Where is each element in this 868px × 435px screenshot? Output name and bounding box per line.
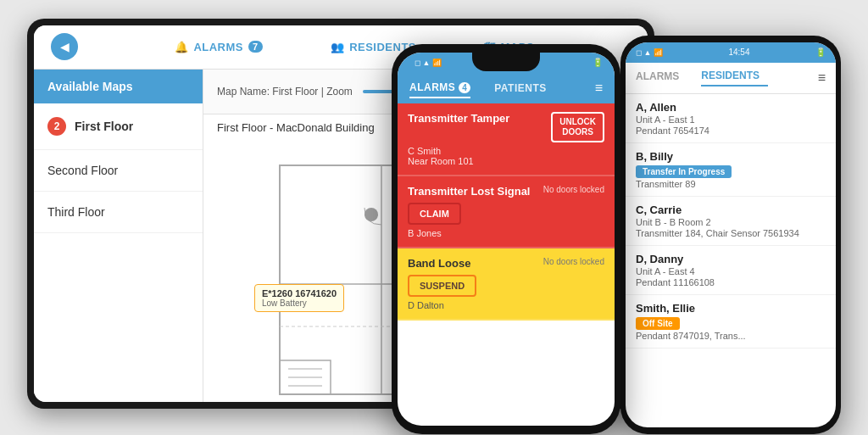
no-doors-label-2: No doors locked [543,185,604,194]
resident-name-billy: B, Billy [636,150,826,163]
alarm-card-header-3: Band Loose No doors locked [408,257,604,270]
resident-item-danny: D, Danny Unit A - East 4 Pendant 1116610… [626,246,836,295]
resident-name-allen: A, Allen [636,101,826,114]
alarms-badge: 7 [248,41,263,53]
resident-detail-carrie-1: Unit B - B Room 2 [636,217,826,227]
alarm-title-3: Band Loose [408,257,470,270]
resident-name-ellie: Smith, Ellie [636,302,826,315]
alarm-person-1: C Smith [408,146,604,156]
pr-tab-alarms[interactable]: ALARMS [636,70,687,86]
bell-icon: 🔔 [175,41,189,53]
tooltip-text: Low Battery [262,298,337,308]
resident-detail-allen-1: Unit A - East 1 [636,114,826,125]
alarm-card-tamper: Transmitter Tamper UNLOCKDOORS C Smith N… [398,103,615,176]
tab-alarms[interactable]: 🔔 ALARMS 7 [175,41,263,53]
pr-tab-residents[interactable]: RESIDENTS [701,70,768,86]
pr-status-bar: ◻ ▲ 📶 14:54 🔋 [626,42,836,63]
first-floor-label: First Floor [75,120,133,133]
resident-detail-danny-2: Pendant 11166108 [636,277,826,287]
sidebar-item-second-floor[interactable]: Second Floor [34,150,203,192]
resident-name-carrie: C, Carrie [636,204,826,216]
unlock-doors-button[interactable]: UNLOCKDOORS [551,112,604,142]
resident-detail-billy: Transmitter 89 [636,179,826,189]
resident-item-allen: A, Allen Unit A - East 1 Pendant 7654174 [626,94,836,143]
alarm-card-band-loose: Band Loose No doors locked SUSPEND D Dal… [398,248,615,321]
no-doors-label-3: No doors locked [543,257,604,266]
alarm-location-1: Near Room 101 [408,156,604,166]
resident-detail-carrie-2: Transmitter 184, Chair Sensor 7561934 [636,228,826,238]
resident-detail-ellie: Pendant 8747019, Trans... [636,331,826,341]
tooltip-id: E*1260 16741620 [262,288,337,298]
map-dot-gray [364,208,378,221]
pr-menu[interactable]: ≡ [818,70,826,86]
alarm-person-2: B Jones [408,228,604,238]
resident-item-carrie: C, Carrie Unit B - B Room 2 Transmitter … [626,197,836,246]
badge-offsite-ellie: Off Site [636,317,680,330]
pr-status-icons: ◻ ▲ 📶 [636,48,663,57]
sidebar-item-third-floor[interactable]: Third Floor [34,192,203,233]
claim-button[interactable]: CLAIM [408,203,461,225]
alarm-card-lost-signal: Transmitter Lost Signal No doors locked … [398,176,615,248]
resident-detail-allen-2: Pendant 7654174 [636,125,826,136]
second-floor-label: Second Floor [47,164,118,177]
alarm-title-2: Transmitter Lost Signal [408,185,530,198]
resident-detail-danny-1: Unit A - East 4 [636,266,826,276]
map-tooltip: E*1260 16741620 Low Battery [254,284,344,312]
phone-tab-patients[interactable]: PATIENTS [494,79,547,98]
phone-tab-alarms[interactable]: ALARMS 4 [409,78,470,98]
phone-center: ◻ ▲ 📶 14:54 🔋 ALARMS 4 PATIENTS ≡ [392,44,620,434]
pr-time: 14:54 [728,47,749,57]
map-name-label: Map Name: First Floor | Zoom [217,86,353,98]
phone-alarms-badge: 4 [459,82,470,93]
phone-center-content: Transmitter Tamper UNLOCKDOORS C Smith N… [398,103,615,426]
phone-right: ◻ ▲ 📶 14:54 🔋 ALARMS RESIDENTS ≡ A, Alle… [620,36,841,434]
status-icons-left: ◻ ▲ 📶 [415,59,442,67]
resident-item-ellie: Smith, Ellie Off Site Pendant 8747019, T… [626,295,836,349]
suspend-button[interactable]: SUSPEND [408,275,476,297]
sidebar-header: Available Maps [34,70,203,103]
phone-center-screen: ◻ ▲ 📶 14:54 🔋 ALARMS 4 PATIENTS ≡ [398,53,615,426]
residents-list: A, Allen Unit A - East 1 Pendant 7654174… [626,94,836,427]
resident-item-billy: B, Billy Transfer In Progress Transmitte… [626,143,836,197]
pr-battery: 🔋 [815,47,826,57]
phone-center-menu[interactable]: ≡ [595,81,603,96]
badge-transfer-billy: Transfer In Progress [636,165,732,178]
alarm-person-3: D Dalton [408,300,604,310]
alarm-card-header-1: Transmitter Tamper UNLOCKDOORS [408,112,604,142]
back-button[interactable]: ◀ [51,33,78,60]
third-floor-label: Third Floor [47,205,105,219]
pr-nav: ALARMS RESIDENTS ≡ [626,63,836,94]
residents-icon: 👥 [331,41,345,53]
battery-icon: 🔋 [593,58,603,67]
phone-right-screen: ◻ ▲ 📶 14:54 🔋 ALARMS RESIDENTS ≡ A, Alle… [626,42,836,427]
sidebar-item-first-floor[interactable]: 2 First Floor [34,103,203,150]
alarm-card-header-2: Transmitter Lost Signal No doors locked [408,185,604,198]
resident-name-danny: D, Danny [636,253,826,265]
alarm-title-1: Transmitter Tamper [408,112,509,125]
phone-notch [472,53,540,71]
floor-alarm-badge: 2 [47,117,66,136]
phone-center-nav: ALARMS 4 PATIENTS ≡ [398,73,615,103]
sidebar: Available Maps 2 First Floor Second Floo… [34,70,203,402]
